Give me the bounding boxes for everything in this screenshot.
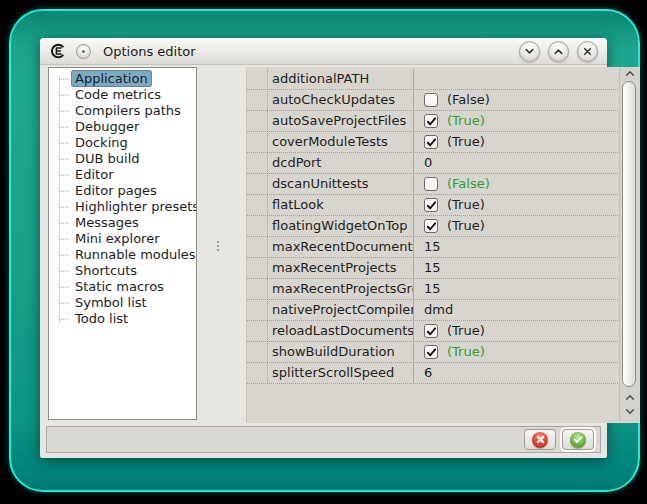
- property-row-nativeProjectCompiler[interactable]: nativeProjectCompiler dmd: [247, 300, 618, 321]
- sidebar-item-label: Static macros: [71, 278, 168, 295]
- scroll-up-button[interactable]: [620, 67, 639, 80]
- sidebar-item-editor[interactable]: Editor: [49, 167, 196, 183]
- property-value-cell[interactable]: (True): [414, 342, 618, 362]
- checkbox[interactable]: [424, 114, 438, 128]
- titlebar-menu-button[interactable]: [76, 44, 91, 59]
- property-value: 6: [424, 363, 432, 383]
- sidebar-item-static-macros[interactable]: Static macros: [49, 279, 196, 295]
- property-row-flatLook[interactable]: flatLook (True): [247, 195, 618, 216]
- property-row-additionalPATH[interactable]: additionalPATH: [247, 69, 618, 90]
- property-name: flatLook: [247, 195, 414, 215]
- checkbox[interactable]: [424, 198, 438, 212]
- property-row-splitterScrollSpeed[interactable]: splitterScrollSpeed 6: [247, 363, 618, 384]
- property-row-floatingWidgetOnTop[interactable]: floatingWidgetOnTop (True): [247, 216, 618, 237]
- property-value-cell[interactable]: (False): [414, 90, 618, 110]
- property-value-cell[interactable]: 6: [414, 363, 618, 383]
- property-row-showBuildDuration[interactable]: showBuildDuration (True): [247, 342, 618, 363]
- property-value-cell[interactable]: [414, 69, 618, 89]
- property-row-dscanUnittests[interactable]: dscanUnittests (False): [247, 174, 618, 195]
- vertical-scrollbar[interactable]: [619, 67, 639, 421]
- panel-splitter[interactable]: [197, 67, 246, 420]
- property-value: (False): [447, 90, 490, 110]
- sidebar-item-label: Docking: [71, 134, 132, 151]
- property-value-cell[interactable]: (True): [414, 132, 618, 152]
- app-logo-icon: [49, 42, 67, 60]
- property-value: 0: [424, 153, 432, 173]
- sidebar-item-debugger[interactable]: Debugger: [49, 119, 196, 135]
- check-icon: [426, 221, 437, 232]
- titlebar[interactable]: Options editor: [40, 38, 607, 65]
- property-value-cell[interactable]: 0: [414, 153, 618, 173]
- property-value: (True): [447, 342, 485, 362]
- property-value-cell[interactable]: (False): [414, 174, 618, 194]
- sidebar-item-messages[interactable]: Messages: [49, 215, 196, 231]
- sidebar-item-application[interactable]: Application: [49, 71, 196, 87]
- property-name: autoSaveProjectFiles: [247, 111, 414, 131]
- checkbox[interactable]: [424, 219, 438, 233]
- property-value: (True): [447, 132, 485, 152]
- sidebar-item-editor-pages[interactable]: Editor pages: [49, 183, 196, 199]
- property-value-cell[interactable]: (True): [414, 195, 618, 215]
- property-grid: additionalPATH autoCheckUpdates (False) …: [246, 67, 640, 423]
- check-icon: [426, 116, 437, 127]
- property-row-maxRecentDocuments[interactable]: maxRecentDocuments 15: [247, 237, 618, 258]
- sidebar-item-runnable-modules[interactable]: Runnable modules: [49, 247, 196, 263]
- property-name: floatingWidgetOnTop: [247, 216, 414, 236]
- close-button[interactable]: [577, 41, 598, 62]
- sidebar-item-docking[interactable]: Docking: [49, 135, 196, 151]
- scroll-down-button[interactable]: [620, 405, 639, 418]
- property-name: maxRecentProjectsGrou: [247, 279, 414, 299]
- scrollbar-thumb[interactable]: [622, 81, 636, 387]
- checkbox[interactable]: [424, 345, 438, 359]
- property-value: (True): [447, 321, 485, 341]
- chevron-up-icon: [553, 46, 564, 57]
- sidebar-item-label: Shortcuts: [71, 262, 141, 279]
- property-value-cell[interactable]: (True): [414, 216, 618, 236]
- property-name: dscanUnittests: [247, 174, 414, 194]
- sidebar-item-symbol-list[interactable]: Symbol list: [49, 295, 196, 311]
- property-value-cell[interactable]: (True): [414, 321, 618, 341]
- property-value-cell[interactable]: 15: [414, 258, 618, 278]
- roll-up-button[interactable]: [548, 41, 569, 62]
- accept-icon: [570, 432, 586, 448]
- property-value-cell[interactable]: (True): [414, 111, 618, 131]
- property-name: showBuildDuration: [247, 342, 414, 362]
- checkbox[interactable]: [424, 324, 438, 338]
- sidebar-item-code-metrics[interactable]: Code metrics: [49, 87, 196, 103]
- property-row-coverModuleTests[interactable]: coverModuleTests (True): [247, 132, 618, 153]
- sidebar-item-label: Editor pages: [71, 182, 161, 199]
- sidebar-item-label: Symbol list: [71, 294, 151, 311]
- window-title: Options editor: [103, 44, 196, 59]
- sidebar-item-highlighter-presets[interactable]: Highlighter presets: [49, 199, 196, 215]
- checkbox[interactable]: [424, 135, 438, 149]
- property-value-cell[interactable]: 15: [414, 237, 618, 257]
- checkbox[interactable]: [424, 177, 438, 191]
- property-row-reloadLastDocuments[interactable]: reloadLastDocuments (True): [247, 321, 618, 342]
- property-value: (True): [447, 111, 485, 131]
- property-name: autoCheckUpdates: [247, 90, 414, 110]
- sidebar-item-compilers-paths[interactable]: Compilers paths: [49, 103, 196, 119]
- sidebar-item-mini-explorer[interactable]: Mini explorer: [49, 231, 196, 247]
- cancel-button[interactable]: [524, 429, 556, 450]
- sidebar-item-todo-list[interactable]: Todo list: [49, 311, 196, 327]
- property-value-cell[interactable]: 15: [414, 279, 618, 299]
- accept-button[interactable]: [562, 429, 594, 450]
- property-row-maxRecentProjects[interactable]: maxRecentProjects 15: [247, 258, 618, 279]
- sidebar-item-label: Todo list: [71, 310, 132, 327]
- property-row-autoSaveProjectFiles[interactable]: autoSaveProjectFiles (True): [247, 111, 618, 132]
- check-icon: [426, 347, 437, 358]
- property-value-cell[interactable]: dmd: [414, 300, 618, 320]
- property-row-autoCheckUpdates[interactable]: autoCheckUpdates (False): [247, 90, 618, 111]
- sidebar-item-shortcuts[interactable]: Shortcuts: [49, 263, 196, 279]
- roll-down-button[interactable]: [519, 41, 540, 62]
- scroll-up-button-bottom[interactable]: [620, 391, 639, 404]
- property-value: 15: [424, 237, 441, 257]
- category-tree: Application Code metrics Compilers paths…: [48, 67, 197, 420]
- property-row-maxRecentProjectsGrou[interactable]: maxRecentProjectsGrou 15: [247, 279, 618, 300]
- property-value: (True): [447, 195, 485, 215]
- property-value: 15: [424, 258, 441, 278]
- property-row-dcdPort[interactable]: dcdPort 0: [247, 153, 618, 174]
- checkbox[interactable]: [424, 93, 438, 107]
- sidebar-item-dub-build[interactable]: DUB build: [49, 151, 196, 167]
- chevron-up-icon: [625, 69, 635, 78]
